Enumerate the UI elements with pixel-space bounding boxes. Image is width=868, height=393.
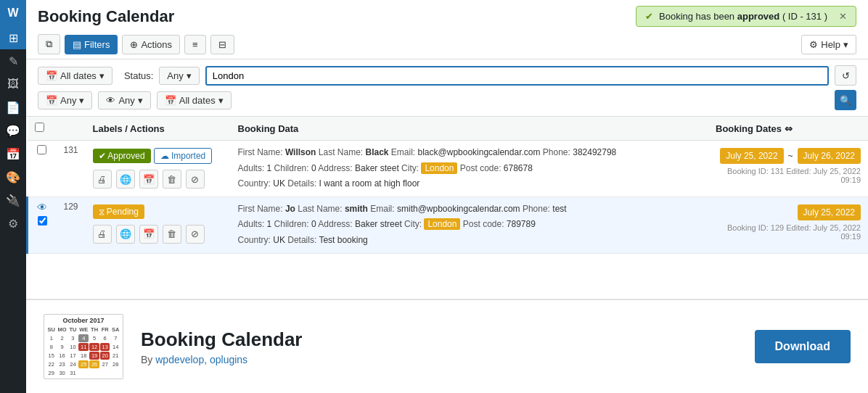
details-value-2: Test booking <box>319 235 367 245</box>
any-filter-2[interactable]: 👁 Any ▾ <box>98 91 150 109</box>
country-value-2: UK <box>273 235 287 245</box>
actions-icon: ⊕ <box>130 39 138 50</box>
sidebar-icon-settings[interactable]: ⚙ <box>0 212 26 235</box>
all-dates-filter-2[interactable]: 📅 All dates ▾ <box>157 91 232 109</box>
adults-label-2: Adults: <box>238 219 265 229</box>
address-label-2: Address: <box>318 219 352 229</box>
start-date-badge-2: July 25, 2022 <box>798 204 861 220</box>
sidebar-logo[interactable]: W <box>0 0 26 26</box>
promo-text: Booking Calendar By wpdevelop, oplugins <box>141 328 737 365</box>
app-area: Booking Calendar ✔ Booking has been appr… <box>26 0 868 299</box>
row-1-dates: July 25, 2022 ~ July 26, 2022 Booking ID… <box>708 141 868 197</box>
delete-icon[interactable]: 🗑 <box>163 170 181 189</box>
toolbar: ⧉ ▤ Filters ⊕ Actions ≡ ⊟ ⚙ Help ▾ <box>26 30 868 59</box>
calendar-action-icon-2[interactable]: 📅 <box>139 225 158 244</box>
sidebar-icon-pages[interactable]: 📄 <box>0 96 26 119</box>
first-name-label: First Name: <box>238 147 283 157</box>
booking-meta-1: Booking ID: 131 Edited: July 25, 2022 09… <box>716 167 861 184</box>
filters-row-1: 📅 All dates ▾ Status: Any ▾ ↺ <box>38 65 856 86</box>
sort-icon[interactable]: ⇔ <box>785 123 793 134</box>
row-2-id: 129 <box>57 196 86 253</box>
sidebar-icon-dashboard[interactable]: ⊞ <box>0 26 26 49</box>
filters-button[interactable]: ▤ Filters <box>65 35 118 54</box>
select-all-checkbox[interactable] <box>35 123 44 132</box>
booking-meta-2: Booking ID: 129 Edited: July 25, 2022 09… <box>716 223 861 241</box>
chevron-down-icon: ▾ <box>99 70 105 81</box>
details-label-2: Details: <box>287 235 316 245</box>
filters-area: 📅 All dates ▾ Status: Any ▾ ↺ 📅 Any <box>26 59 868 117</box>
deny-icon-2[interactable]: ⊘ <box>186 225 205 244</box>
delete-icon-2[interactable]: 🗑 <box>163 225 181 244</box>
postcode-label-2: Post code: <box>463 219 504 229</box>
mini-cal-month: October 2017 <box>46 317 120 324</box>
page-title: Booking Calendar <box>38 7 174 26</box>
row-1-actions: 🖨 🌐 📅 🗑 ⊘ <box>93 167 224 191</box>
sidebar-icon-posts[interactable]: ✎ <box>0 49 26 73</box>
all-dates-filter[interactable]: 📅 All dates ▾ <box>38 67 112 85</box>
print-icon[interactable]: 🖨 <box>93 170 112 189</box>
last-name-value-2: smith <box>345 204 370 214</box>
postcode-value-2: 789789 <box>507 219 536 229</box>
phone-value-2: test <box>552 204 566 214</box>
download-button[interactable]: Download <box>755 330 851 363</box>
sidebar-icon-media[interactable]: 🖼 <box>0 73 26 96</box>
sidebar-icon-appearance[interactable]: 🎨 <box>0 165 26 189</box>
adults-label: Adults: <box>238 163 265 173</box>
actions-button[interactable]: ⊕ Actions <box>122 35 180 54</box>
promo-subtitle: By wpdevelop, oplugins <box>141 354 737 365</box>
refresh-button[interactable]: ↺ <box>835 65 856 86</box>
copy-button[interactable]: ⧉ <box>38 34 60 54</box>
help-button[interactable]: ⚙ Help ▾ <box>801 35 856 54</box>
labels-header: Labels / Actions <box>86 117 231 141</box>
filters-row-2: 📅 Any ▾ 👁 Any ▾ 📅 All dates ▾ 🔍 <box>38 90 856 110</box>
date-separator: ~ <box>788 151 793 161</box>
imported-badge: ☁ Imported <box>154 148 213 164</box>
calendar-icon-3: 📅 <box>165 95 176 106</box>
adults-value-2: 1 <box>267 219 274 229</box>
status-filter[interactable]: Any ▾ <box>159 67 199 85</box>
address-value-2: Baker street <box>355 219 404 229</box>
notification-close-icon[interactable]: ✕ <box>839 11 847 22</box>
row-1-checkbox[interactable] <box>37 145 46 154</box>
search-input[interactable] <box>205 66 829 86</box>
any-filter-1[interactable]: 📅 Any ▾ <box>38 91 92 109</box>
last-name-label-2: Last Name: <box>298 204 342 214</box>
city-label-2: City: <box>404 219 422 229</box>
row-2-checkbox-cell: 👁 <box>28 196 57 253</box>
promo-calendar-image: October 2017 SU MO TU WE TH FR SA 1 2 3 … <box>44 314 123 379</box>
promo-link[interactable]: wpdevelop, oplugins <box>155 354 247 365</box>
chevron-down-icon: ▾ <box>187 70 192 81</box>
globe-icon-2[interactable]: 🌐 <box>116 225 135 244</box>
children-value: 0 <box>311 163 318 173</box>
select-all-header <box>28 117 57 141</box>
postcode-value: 678678 <box>504 163 533 173</box>
bookings-table: Labels / Actions Booking Data Booking Da… <box>26 117 868 254</box>
details-label: Details: <box>287 178 316 189</box>
search-execute-button[interactable]: 🔍 <box>835 90 856 110</box>
print-icon-2[interactable]: 🖨 <box>93 225 112 244</box>
first-name-value: Willson <box>285 147 319 157</box>
calendar-action-icon[interactable]: 📅 <box>139 170 158 189</box>
address-label: Address: <box>318 163 352 173</box>
chevron-down-icon: ▾ <box>79 95 84 106</box>
calendar-icon-2: 📅 <box>46 95 57 106</box>
toolbar-left: ⧉ ▤ Filters ⊕ Actions ≡ ⊟ <box>38 34 234 54</box>
row-checkbox-cell <box>28 141 57 197</box>
table-area: Labels / Actions Booking Data Booking Da… <box>26 117 868 299</box>
eye-view-icon[interactable]: 👁 <box>37 202 47 213</box>
row-1-labels: ✔ Approved ☁ Imported 🖨 🌐 📅 🗑 ⊘ <box>86 141 231 197</box>
row-2-actions: 🖨 🌐 📅 🗑 ⊘ <box>93 222 224 247</box>
email-value: black@wpbookingcalendar.com <box>418 147 543 157</box>
phone-label-2: Phone: <box>523 204 550 214</box>
promo-section: October 2017 SU MO TU WE TH FR SA 1 2 3 … <box>26 299 868 393</box>
country-label: Country: <box>238 178 271 189</box>
advanced-filters-button[interactable]: ≡ <box>184 35 206 54</box>
sidebar-icon-comments[interactable]: 💬 <box>0 119 26 142</box>
row-2-checkbox[interactable] <box>38 216 47 226</box>
save-view-button[interactable]: ⊟ <box>210 35 234 54</box>
email-label-2: Email: <box>370 204 394 214</box>
sidebar-icon-plugins[interactable]: 🔌 <box>0 189 26 212</box>
globe-icon[interactable]: 🌐 <box>116 170 135 189</box>
sidebar-icon-booking[interactable]: 📅 <box>0 142 26 165</box>
deny-icon[interactable]: ⊘ <box>186 170 205 189</box>
